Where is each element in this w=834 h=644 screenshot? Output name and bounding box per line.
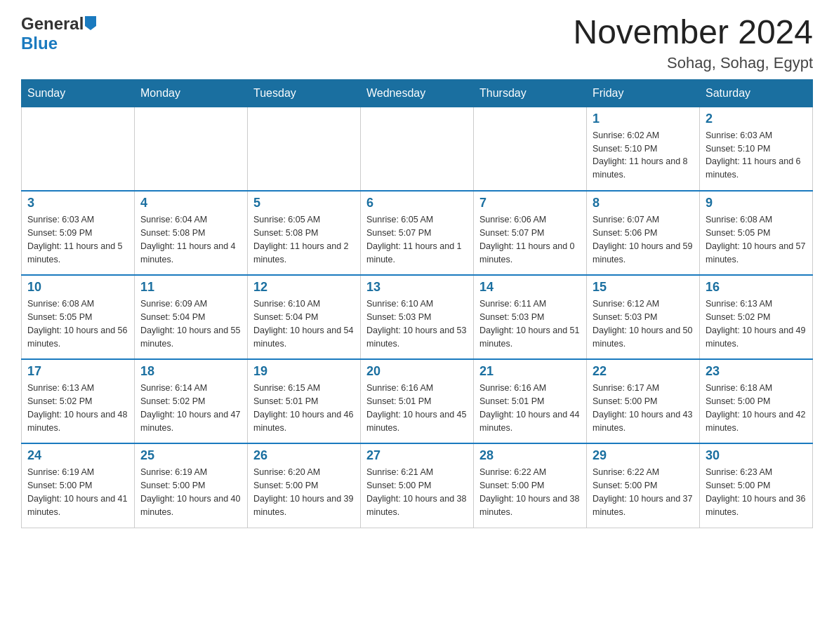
day-info: Sunrise: 6:09 AMSunset: 5:04 PMDaylight:… bbox=[140, 297, 241, 350]
calendar-week-row: 24Sunrise: 6:19 AMSunset: 5:00 PMDayligh… bbox=[22, 443, 813, 528]
col-monday: Monday bbox=[135, 79, 248, 107]
col-saturday: Saturday bbox=[700, 79, 813, 107]
table-row bbox=[474, 107, 587, 191]
table-row: 24Sunrise: 6:19 AMSunset: 5:00 PMDayligh… bbox=[22, 443, 135, 528]
day-info: Sunrise: 6:06 AMSunset: 5:07 PMDaylight:… bbox=[479, 213, 581, 266]
day-number: 20 bbox=[366, 364, 468, 379]
calendar-week-row: 3Sunrise: 6:03 AMSunset: 5:09 PMDaylight… bbox=[22, 191, 813, 275]
day-number: 30 bbox=[706, 448, 807, 463]
table-row: 6Sunrise: 6:05 AMSunset: 5:07 PMDaylight… bbox=[361, 191, 474, 275]
day-number: 26 bbox=[253, 448, 355, 463]
day-info: Sunrise: 6:02 AMSunset: 5:10 PMDaylight:… bbox=[593, 129, 694, 182]
table-row bbox=[248, 107, 361, 191]
day-number: 13 bbox=[366, 280, 468, 295]
table-row: 18Sunrise: 6:14 AMSunset: 5:02 PMDayligh… bbox=[135, 359, 248, 443]
day-info: Sunrise: 6:08 AMSunset: 5:05 PMDaylight:… bbox=[27, 297, 128, 350]
day-info: Sunrise: 6:16 AMSunset: 5:01 PMDaylight:… bbox=[479, 382, 581, 434]
month-year-title: November 2024 bbox=[573, 14, 813, 51]
table-row bbox=[361, 107, 474, 191]
calendar-table: Sunday Monday Tuesday Wednesday Thursday… bbox=[21, 79, 813, 528]
day-number: 24 bbox=[27, 448, 128, 463]
table-row: 22Sunrise: 6:17 AMSunset: 5:00 PMDayligh… bbox=[587, 359, 700, 443]
col-friday: Friday bbox=[587, 79, 700, 107]
day-number: 27 bbox=[366, 448, 468, 463]
day-info: Sunrise: 6:13 AMSunset: 5:02 PMDaylight:… bbox=[27, 382, 128, 434]
calendar-week-row: 10Sunrise: 6:08 AMSunset: 5:05 PMDayligh… bbox=[22, 275, 813, 359]
table-row: 15Sunrise: 6:12 AMSunset: 5:03 PMDayligh… bbox=[587, 275, 700, 359]
col-sunday: Sunday bbox=[22, 79, 135, 107]
calendar-title-block: November 2024 Sohag, Sohag, Egypt bbox=[573, 14, 813, 72]
table-row: 25Sunrise: 6:19 AMSunset: 5:00 PMDayligh… bbox=[135, 443, 248, 528]
day-info: Sunrise: 6:21 AMSunset: 5:00 PMDaylight:… bbox=[366, 466, 468, 518]
day-info: Sunrise: 6:03 AMSunset: 5:10 PMDaylight:… bbox=[706, 129, 807, 182]
day-number: 17 bbox=[27, 364, 128, 379]
day-number: 4 bbox=[140, 196, 241, 210]
table-row: 8Sunrise: 6:07 AMSunset: 5:06 PMDaylight… bbox=[587, 191, 700, 275]
day-number: 7 bbox=[479, 196, 581, 210]
day-number: 16 bbox=[706, 280, 807, 295]
day-number: 1 bbox=[593, 112, 694, 126]
day-info: Sunrise: 6:23 AMSunset: 5:00 PMDaylight:… bbox=[706, 466, 807, 518]
day-number: 14 bbox=[479, 280, 581, 295]
day-number: 5 bbox=[253, 196, 355, 210]
table-row: 10Sunrise: 6:08 AMSunset: 5:05 PMDayligh… bbox=[22, 275, 135, 359]
table-row: 9Sunrise: 6:08 AMSunset: 5:05 PMDaylight… bbox=[700, 191, 813, 275]
day-number: 25 bbox=[140, 448, 241, 463]
day-info: Sunrise: 6:19 AMSunset: 5:00 PMDaylight:… bbox=[27, 466, 128, 518]
table-row: 29Sunrise: 6:22 AMSunset: 5:00 PMDayligh… bbox=[587, 443, 700, 528]
day-number: 18 bbox=[140, 364, 241, 379]
day-info: Sunrise: 6:05 AMSunset: 5:07 PMDaylight:… bbox=[366, 213, 468, 266]
col-tuesday: Tuesday bbox=[248, 79, 361, 107]
day-info: Sunrise: 6:22 AMSunset: 5:00 PMDaylight:… bbox=[593, 466, 694, 518]
day-info: Sunrise: 6:14 AMSunset: 5:02 PMDaylight:… bbox=[140, 382, 241, 434]
day-number: 3 bbox=[27, 196, 128, 210]
day-number: 29 bbox=[593, 448, 694, 463]
table-row bbox=[22, 107, 135, 191]
location-subtitle: Sohag, Sohag, Egypt bbox=[573, 54, 813, 72]
day-number: 10 bbox=[27, 280, 128, 295]
day-info: Sunrise: 6:13 AMSunset: 5:02 PMDaylight:… bbox=[706, 297, 807, 350]
day-number: 11 bbox=[140, 280, 241, 295]
day-info: Sunrise: 6:19 AMSunset: 5:00 PMDaylight:… bbox=[140, 466, 241, 518]
table-row bbox=[135, 107, 248, 191]
day-info: Sunrise: 6:03 AMSunset: 5:09 PMDaylight:… bbox=[27, 213, 128, 266]
day-number: 15 bbox=[593, 280, 694, 295]
table-row: 27Sunrise: 6:21 AMSunset: 5:00 PMDayligh… bbox=[361, 443, 474, 528]
day-info: Sunrise: 6:15 AMSunset: 5:01 PMDaylight:… bbox=[253, 382, 355, 434]
logo-blue-text: Blue bbox=[21, 34, 58, 53]
day-info: Sunrise: 6:20 AMSunset: 5:00 PMDaylight:… bbox=[253, 466, 355, 518]
table-row: 17Sunrise: 6:13 AMSunset: 5:02 PMDayligh… bbox=[22, 359, 135, 443]
table-row: 23Sunrise: 6:18 AMSunset: 5:00 PMDayligh… bbox=[700, 359, 813, 443]
table-row: 4Sunrise: 6:04 AMSunset: 5:08 PMDaylight… bbox=[135, 191, 248, 275]
day-number: 2 bbox=[706, 112, 807, 126]
day-info: Sunrise: 6:17 AMSunset: 5:00 PMDaylight:… bbox=[593, 382, 694, 434]
day-info: Sunrise: 6:18 AMSunset: 5:00 PMDaylight:… bbox=[706, 382, 807, 434]
table-row: 2Sunrise: 6:03 AMSunset: 5:10 PMDaylight… bbox=[700, 107, 813, 191]
table-row: 16Sunrise: 6:13 AMSunset: 5:02 PMDayligh… bbox=[700, 275, 813, 359]
day-info: Sunrise: 6:10 AMSunset: 5:03 PMDaylight:… bbox=[366, 297, 468, 350]
table-row: 14Sunrise: 6:11 AMSunset: 5:03 PMDayligh… bbox=[474, 275, 587, 359]
col-wednesday: Wednesday bbox=[361, 79, 474, 107]
day-info: Sunrise: 6:22 AMSunset: 5:00 PMDaylight:… bbox=[479, 466, 581, 518]
day-info: Sunrise: 6:08 AMSunset: 5:05 PMDaylight:… bbox=[706, 213, 807, 266]
table-row: 28Sunrise: 6:22 AMSunset: 5:00 PMDayligh… bbox=[474, 443, 587, 528]
table-row: 3Sunrise: 6:03 AMSunset: 5:09 PMDaylight… bbox=[22, 191, 135, 275]
day-number: 28 bbox=[479, 448, 581, 463]
day-number: 23 bbox=[706, 364, 807, 379]
table-row: 20Sunrise: 6:16 AMSunset: 5:01 PMDayligh… bbox=[361, 359, 474, 443]
day-info: Sunrise: 6:12 AMSunset: 5:03 PMDaylight:… bbox=[593, 297, 694, 350]
calendar-week-row: 1Sunrise: 6:02 AMSunset: 5:10 PMDaylight… bbox=[22, 107, 813, 191]
table-row: 12Sunrise: 6:10 AMSunset: 5:04 PMDayligh… bbox=[248, 275, 361, 359]
day-number: 12 bbox=[253, 280, 355, 295]
calendar-header-row: Sunday Monday Tuesday Wednesday Thursday… bbox=[22, 79, 813, 107]
day-info: Sunrise: 6:16 AMSunset: 5:01 PMDaylight:… bbox=[366, 382, 468, 434]
day-number: 8 bbox=[593, 196, 694, 210]
table-row: 21Sunrise: 6:16 AMSunset: 5:01 PMDayligh… bbox=[474, 359, 587, 443]
day-number: 9 bbox=[706, 196, 807, 210]
table-row: 5Sunrise: 6:05 AMSunset: 5:08 PMDaylight… bbox=[248, 191, 361, 275]
day-number: 22 bbox=[593, 364, 694, 379]
logo-triangle-icon bbox=[85, 16, 96, 33]
page-header: General Blue November 2024 Sohag, Sohag,… bbox=[21, 14, 813, 72]
table-row: 11Sunrise: 6:09 AMSunset: 5:04 PMDayligh… bbox=[135, 275, 248, 359]
table-row: 13Sunrise: 6:10 AMSunset: 5:03 PMDayligh… bbox=[361, 275, 474, 359]
